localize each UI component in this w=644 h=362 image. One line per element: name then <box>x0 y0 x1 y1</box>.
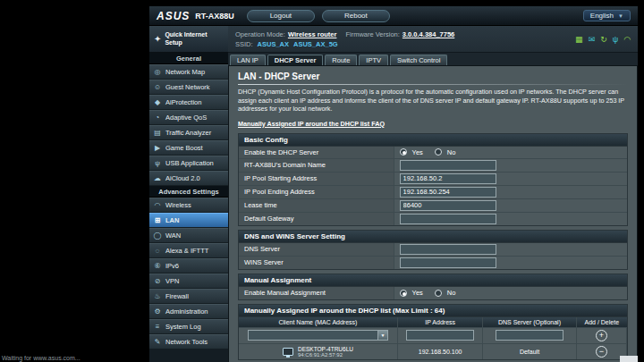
wins-server-input[interactable] <box>400 257 496 268</box>
sidebar-item-label: System Log <box>165 323 201 331</box>
client-ip: 192.168.50.100 <box>398 344 483 359</box>
faq-link[interactable]: Manually Assigned IP around the DHCP lis… <box>238 120 385 128</box>
client-device-icon <box>283 348 293 356</box>
enable-manual-yes-label[interactable]: Yes <box>412 289 423 297</box>
tab-lan-ip[interactable]: LAN IP <box>230 55 266 65</box>
wifi-icon[interactable]: ◠ <box>623 35 631 44</box>
game-boost-icon: ▶ <box>153 144 162 152</box>
browser-resize-corner <box>620 356 638 362</box>
lan-icon: ⊞ <box>153 216 162 224</box>
tab-route[interactable]: Route <box>325 55 357 65</box>
asus-logo[interactable]: ASUS <box>157 10 190 22</box>
sidebar-item-administration[interactable]: ⚙ Administration <box>149 304 228 319</box>
form-row-pool-start: IP Pool Starting Address <box>239 173 627 186</box>
col-header-dns-server: DNS Server (Optional) <box>483 317 576 327</box>
ssid-5g-link[interactable]: ASUS_AX_5G <box>293 40 338 48</box>
enable-dhcp-no-label[interactable]: No <box>447 148 456 156</box>
page-description: DHCP (Dynamic Host Configuration Protoco… <box>238 88 628 114</box>
reboot-button[interactable]: Reboot <box>322 10 390 22</box>
sidebar-item-wan[interactable]: ◯ WAN <box>149 228 228 243</box>
sidebar-item-wireless[interactable]: ◠ Wireless <box>149 198 228 213</box>
assigned-ip-client-row: DESKTOP-4TRU6LU 94:C6:91:A2:57:92 192.16… <box>239 344 627 359</box>
quick-setup-icon: ✦ <box>154 34 161 44</box>
operation-mode-label: Operation Mode: <box>235 30 285 38</box>
alexa-ifttt-icon: ◌ <box>153 247 162 255</box>
network-map-icon: ◎ <box>153 68 162 76</box>
enable-manual-no-radio[interactable] <box>435 290 442 297</box>
sidebar-item-alexa-ifttt[interactable]: ◌ Alexa & IFTTT <box>149 243 228 258</box>
client-name-input[interactable] <box>248 330 377 341</box>
tab-switch-control[interactable]: Switch Control <box>390 55 447 65</box>
manual-assignment-section: Manual Assignment Enable Manual Assignme… <box>238 274 628 300</box>
sidebar-item-system-log[interactable]: ≡ System Log <box>149 319 228 334</box>
mail-icon[interactable]: ✉ <box>589 35 596 44</box>
dns-wins-section: DNS and WINS Server Setting DNS Server W… <box>238 230 628 270</box>
sidebar-item-label: USB Application <box>165 159 214 167</box>
sidebar-item-aiprotection[interactable]: ◆ AiProtection <box>149 95 228 110</box>
form-row-wins-server: WINS Server <box>239 257 627 269</box>
enable-dhcp-no-radio[interactable] <box>435 148 442 156</box>
section-title-assigned-ip: Manually Assigned IP around the DHCP lis… <box>239 305 627 317</box>
tab-bar: LAN IP DHCP Server Route IPTV Switch Con… <box>228 53 638 65</box>
sidebar-item-usb-application[interactable]: ψ USB Application <box>149 156 228 171</box>
domain-name-label: RT-AX88U's Domain Name <box>239 159 394 172</box>
tab-iptv[interactable]: IPTV <box>359 55 388 65</box>
assign-dns-input[interactable] <box>496 330 564 341</box>
firewall-icon: ♨ <box>153 292 162 300</box>
firmware-version-link[interactable]: 3.0.0.4.384_7756 <box>402 30 454 38</box>
basic-config-section: Basic Config Enable the DHCP Server Yes … <box>238 133 628 226</box>
sidebar-item-label: Wireless <box>165 201 191 209</box>
sidebar-item-adaptive-qos[interactable]: ◔ Adaptive QoS <box>149 110 228 125</box>
usb-application-icon: ψ <box>153 159 162 167</box>
sidebar-item-network-tools[interactable]: ✎ Network Tools <box>149 334 228 349</box>
col-header-client-name: Client Name (MAC Address) <box>239 317 398 327</box>
assign-ip-input[interactable] <box>406 330 474 341</box>
language-select[interactable]: English ▼ <box>583 10 631 21</box>
add-row-button[interactable]: + <box>596 330 607 341</box>
vpn-icon: ⊘ <box>153 277 162 285</box>
dns-server-input[interactable] <box>400 244 496 255</box>
sidebar-item-network-map[interactable]: ◎ Network Map <box>149 64 228 80</box>
app-icon[interactable]: ▦ <box>575 35 583 44</box>
lease-time-input[interactable] <box>400 200 496 211</box>
sidebar-item-lan[interactable]: ⊞ LAN <box>149 213 228 228</box>
default-gateway-input[interactable] <box>400 214 496 224</box>
firmware-label: Firmware Version: <box>345 30 399 38</box>
ssid-2g-link[interactable]: ASUS_AX <box>258 40 289 48</box>
pool-end-input[interactable] <box>400 187 496 198</box>
language-label: English <box>590 12 614 20</box>
enable-manual-no-label[interactable]: No <box>447 289 456 297</box>
pool-start-label: IP Pool Starting Address <box>239 173 394 185</box>
usb-icon[interactable]: ψ <box>613 35 618 44</box>
sidebar-item-aicloud[interactable]: ☁ AiCloud 2.0 <box>149 171 228 186</box>
quick-setup-label: Quick Internet Setup <box>165 31 224 46</box>
logout-button[interactable]: Logout <box>247 10 315 22</box>
delete-row-button[interactable]: − <box>596 346 607 358</box>
tab-dhcp-server[interactable]: DHCP Server <box>267 55 324 65</box>
domain-name-input[interactable] <box>400 160 496 171</box>
sidebar-section-advanced: Advanced Settings <box>149 186 228 198</box>
guest-network-icon: ☺ <box>153 83 162 91</box>
section-title-basic-config: Basic Config <box>239 134 627 147</box>
sidebar-item-game-boost[interactable]: ▶ Game Boost <box>149 140 228 156</box>
sidebar-item-quick-internet-setup[interactable]: ✦ Quick Internet Setup <box>149 26 228 53</box>
client-dropdown-button[interactable]: ▼ <box>377 330 388 341</box>
enable-dhcp-yes-label[interactable]: Yes <box>412 148 423 156</box>
sidebar-item-ipv6[interactable]: ⑥ IPv6 <box>149 258 228 274</box>
pool-start-input[interactable] <box>400 173 496 184</box>
pool-end-label: IP Pool Ending Address <box>239 186 394 198</box>
refresh-icon[interactable]: ↻ <box>600 35 607 44</box>
sidebar-item-vpn[interactable]: ⊘ VPN <box>149 274 228 289</box>
sidebar-item-guest-network[interactable]: ☺ Guest Network <box>149 80 228 95</box>
sidebar-section-general: General <box>149 53 228 64</box>
enable-dhcp-yes-radio[interactable] <box>400 148 407 156</box>
sidebar-item-traffic-analyzer[interactable]: ▤ Traffic Analyzer <box>149 125 228 140</box>
enable-manual-yes-radio[interactable] <box>400 290 407 297</box>
sidebar-item-label: Adaptive QoS <box>165 114 207 122</box>
router-admin-page: ASUS RT-AX88U Logout Reboot English ▼ ✦ … <box>149 6 638 362</box>
aicloud-icon: ☁ <box>153 174 162 182</box>
sidebar-item-firewall[interactable]: ♨ Firewall <box>149 289 228 304</box>
operation-mode-link[interactable]: Wireless router <box>288 30 337 38</box>
wireless-icon: ◠ <box>153 201 162 209</box>
adaptive-qos-icon: ◔ <box>153 114 162 122</box>
